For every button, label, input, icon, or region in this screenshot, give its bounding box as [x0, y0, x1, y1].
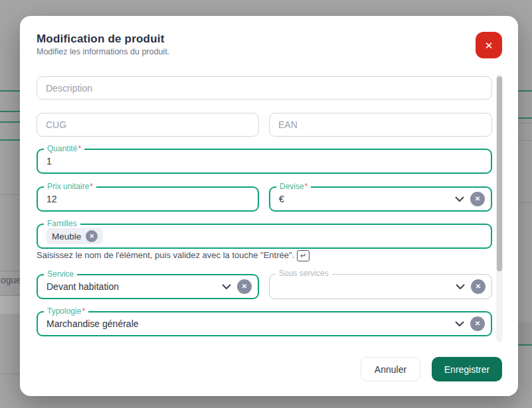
- cug-field: [37, 113, 259, 137]
- unit-price-label: Prix unitaire*: [44, 182, 96, 191]
- background-table-line: [518, 344, 532, 346]
- chevron-down-icon[interactable]: [455, 321, 464, 327]
- typology-clear-button[interactable]: ✕: [470, 316, 485, 331]
- description-field: [37, 76, 492, 100]
- chevron-down-icon[interactable]: [456, 284, 465, 290]
- sub-services-select[interactable]: Sous services ✕: [269, 274, 492, 299]
- required-marker: *: [82, 306, 85, 316]
- edit-product-modal: Modification de produit Modifiez les inf…: [20, 16, 518, 396]
- currency-label: Devise*: [276, 182, 311, 191]
- family-chip-remove-button[interactable]: ✕: [86, 230, 98, 242]
- sub-services-label: Sous services: [276, 269, 332, 278]
- typology-label: Typologie*: [44, 306, 88, 316]
- required-marker: *: [78, 144, 81, 153]
- family-chip: Meuble ✕: [46, 228, 103, 244]
- service-select[interactable]: Service Devant habitation ✕: [37, 274, 259, 299]
- unit-price-input[interactable]: [38, 188, 258, 210]
- cug-input[interactable]: [37, 113, 258, 136]
- cancel-button[interactable]: Annuler: [361, 357, 420, 381]
- chevron-down-icon[interactable]: [455, 196, 464, 202]
- families-label: Familles: [44, 219, 80, 228]
- ean-input[interactable]: [270, 113, 491, 136]
- service-clear-button[interactable]: ✕: [237, 279, 252, 294]
- close-icon: ✕: [485, 40, 493, 50]
- required-marker: *: [90, 182, 93, 191]
- background-table-line: [0, 139, 20, 141]
- modal-scrollbar-thumb[interactable]: [497, 76, 502, 271]
- typology-select[interactable]: Typologie* Marchandise générale ✕: [37, 311, 492, 336]
- modal-title: Modification de produit: [37, 33, 165, 46]
- service-label: Service: [44, 269, 77, 279]
- clear-icon: ✕: [475, 196, 480, 202]
- background-table-line: [518, 117, 532, 119]
- background-table-line: [0, 194, 20, 195]
- background-table-line: [518, 90, 532, 92]
- background-table-row: [0, 296, 20, 314]
- family-chip-label: Meuble: [52, 232, 81, 241]
- modal-scrollbar-track[interactable]: [496, 74, 503, 342]
- chevron-down-icon[interactable]: [222, 284, 231, 290]
- background-table-line: [518, 140, 532, 141]
- quantity-field: Quantité*: [37, 149, 492, 174]
- clear-icon: ✕: [242, 283, 247, 290]
- background-table-line: [0, 374, 20, 374]
- typology-value: Marchandise générale: [46, 318, 139, 329]
- required-marker: *: [305, 182, 308, 191]
- background-table-line: [0, 271, 20, 271]
- enter-key-icon: ↵: [297, 250, 310, 261]
- clear-icon: ✕: [476, 283, 481, 290]
- clear-icon: ✕: [90, 234, 95, 239]
- families-hint: Saisissez le nom de l'élément, puis vali…: [37, 250, 310, 261]
- currency-value: €: [279, 194, 284, 204]
- sub-services-clear-button[interactable]: ✕: [471, 279, 486, 294]
- clear-icon: ✕: [475, 320, 480, 327]
- currency-select[interactable]: Devise* € ✕: [269, 186, 492, 212]
- quantity-input[interactable]: [38, 150, 491, 172]
- description-input[interactable]: [37, 77, 491, 99]
- background-partial-text: ogue: [1, 275, 21, 285]
- background-table-line: [0, 121, 20, 123]
- background-table-line: [0, 90, 20, 92]
- save-button[interactable]: Enregistrer: [432, 357, 502, 381]
- close-button[interactable]: ✕: [476, 32, 502, 58]
- quantity-label: Quantité*: [44, 144, 84, 153]
- page-background: ogue Modification de produit Modifiez le…: [0, 0, 532, 408]
- service-value: Devant habitation: [46, 281, 119, 292]
- background-table-line: [518, 202, 532, 203]
- families-field[interactable]: Familles Meuble ✕: [37, 224, 492, 249]
- background-table-line: [0, 111, 20, 112]
- ean-field: [269, 113, 492, 137]
- unit-price-field: Prix unitaire*: [37, 186, 259, 212]
- modal-subtitle: Modifiez les informations du produit.: [37, 47, 169, 56]
- background-table-line: [518, 123, 532, 123]
- currency-clear-button[interactable]: ✕: [470, 192, 485, 206]
- background-table-row: [518, 322, 532, 345]
